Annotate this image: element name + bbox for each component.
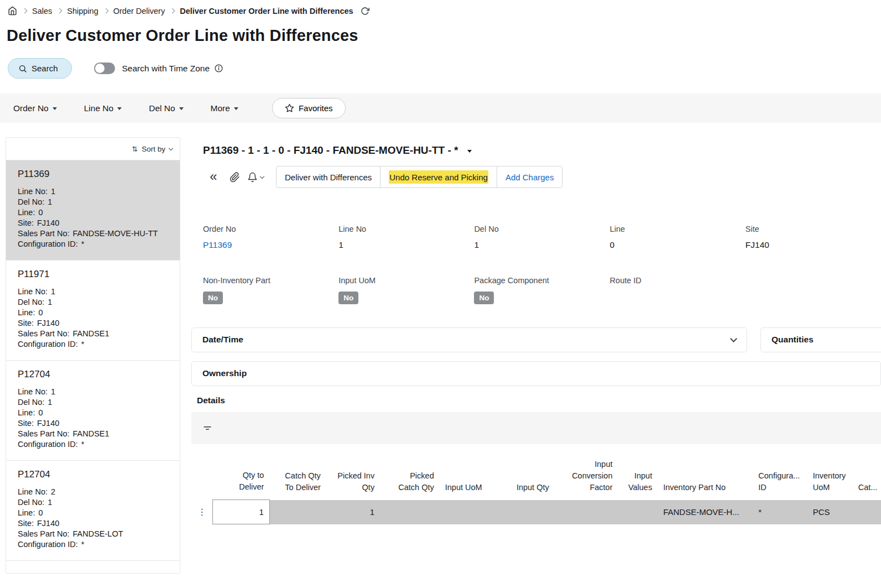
field-line-no: Line No 1	[338, 225, 474, 251]
add-charges-button[interactable]: Add Charges	[497, 166, 563, 188]
section-datetime[interactable]: Date/Time	[191, 327, 747, 352]
field-del-no: Del No 1	[474, 225, 609, 251]
cell-input-qty	[489, 500, 555, 524]
column-configuration-id[interactable]: Configura... ID	[753, 455, 807, 500]
deliver-with-differences-button[interactable]: Deliver with Differences	[276, 166, 380, 188]
notifications-button[interactable]	[245, 166, 264, 188]
column-catch-qty-to-deliver[interactable]: Catch Qty To Deliver	[269, 455, 326, 500]
filter-more[interactable]: More	[211, 103, 238, 113]
breadcrumb-order-delivery[interactable]: Order Delivery	[113, 7, 165, 15]
order-no-link[interactable]: P11369	[203, 240, 338, 251]
column-inventory-part-no[interactable]: Inventory Part No	[658, 455, 753, 500]
caret-down-icon	[53, 107, 57, 110]
table-row: ⋮ 1 1 FANDSE-MOVE-H... * PCS	[191, 500, 881, 524]
filter-line-no-label: Line No	[84, 103, 113, 113]
field-input-uom: Input UoM No	[338, 276, 474, 304]
breadcrumb-current: Deliver Customer Order Line with Differe…	[180, 7, 353, 15]
search-row: Search Search with Time Zone	[8, 58, 881, 79]
field-order-no: Order No P11369	[203, 225, 338, 251]
field-package-component: Package Component No	[474, 276, 609, 304]
filter-icon[interactable]	[202, 423, 212, 433]
sort-by-label: Sort by	[142, 145, 165, 153]
field-site: Site FJ140	[746, 225, 881, 251]
column-catch[interactable]: Cat...	[853, 455, 881, 500]
card-order-no: P11369	[18, 169, 168, 180]
caret-down-icon	[179, 107, 184, 110]
sections-row: Date/Time Quantities	[191, 327, 881, 352]
search-icon	[18, 64, 27, 73]
card-order-no: P11971	[18, 269, 168, 280]
status-badge: No	[474, 292, 494, 304]
details-table: Qty to Deliver Catch Qty To Deliver Pick…	[191, 455, 881, 525]
column-handle	[191, 455, 213, 500]
cell-input-values	[618, 500, 658, 524]
breadcrumb-chevron-icon	[170, 8, 175, 14]
breadcrumb-chevron-icon	[22, 8, 28, 14]
breadcrumb-sales[interactable]: Sales	[32, 7, 52, 15]
chevron-down-icon	[169, 145, 173, 150]
section-ownership[interactable]: Ownership	[191, 361, 881, 386]
status-badge: No	[203, 292, 223, 304]
row-drag-handle[interactable]: ⋮	[191, 500, 213, 524]
breadcrumb-chevron-icon	[57, 8, 62, 14]
field-line: Line 0	[610, 225, 746, 251]
undo-reserve-and-picking-button[interactable]: Undo Reserve and Picking	[380, 166, 497, 188]
cell-input-conversion-factor	[555, 500, 618, 524]
bell-icon	[245, 166, 259, 188]
breadcrumb-shipping[interactable]: Shipping	[67, 7, 98, 15]
header-fields: Order No P11369 Line No 1 Del No 1 Line …	[191, 212, 881, 315]
filter-line-no[interactable]: Line No	[84, 103, 122, 113]
home-icon[interactable]	[8, 6, 17, 15]
chevron-down-icon	[730, 335, 737, 342]
paperclip-icon[interactable]	[224, 166, 245, 188]
cell-configuration-id: *	[753, 500, 807, 524]
cell-input-uom	[440, 500, 489, 524]
column-inventory-uom[interactable]: Inventory UoM	[807, 455, 853, 500]
list-item[interactable]: P12704 Line No:1 Del No:1 Line:0 Site:FJ…	[6, 361, 180, 461]
card-order-no: P12704	[18, 369, 168, 380]
search-button-label: Search	[32, 64, 58, 73]
favorites-button[interactable]: Favorites	[272, 98, 346, 118]
detail-toolbar: « Deliver with Differences Undo Reserve …	[203, 166, 881, 188]
cell-catch-qty-to-deliver	[269, 500, 326, 524]
column-picked-inv-qty[interactable]: Picked Inv Qty	[326, 455, 380, 500]
filter-del-no-label: Del No	[149, 103, 175, 113]
field-route-id: Route ID	[610, 276, 746, 304]
star-icon	[285, 103, 294, 113]
column-input-uom[interactable]: Input UoM	[440, 455, 489, 500]
cell-catch	[853, 500, 881, 524]
table-header-row: Qty to Deliver Catch Qty To Deliver Pick…	[191, 455, 881, 500]
detail-pane: P11369 - 1 - 1 - 0 - FJ140 - FANDSE-MOVE…	[191, 137, 881, 524]
filter-order-no[interactable]: Order No	[13, 103, 57, 113]
cell-inventory-part-no: FANDSE-MOVE-H...	[658, 500, 753, 524]
column-qty-to-deliver[interactable]: Qty to Deliver	[213, 455, 269, 500]
search-button[interactable]: Search	[8, 58, 72, 79]
timezone-toggle[interactable]	[94, 63, 115, 74]
order-line-list: ⇅ Sort by P11369 Line No:1 Del No:1 Line…	[6, 137, 180, 574]
status-badge: No	[338, 292, 358, 304]
section-quantities[interactable]: Quantities	[760, 327, 881, 352]
refresh-icon[interactable]	[361, 7, 369, 15]
column-input-qty[interactable]: Input Qty	[489, 455, 555, 500]
cell-inventory-uom: PCS	[807, 500, 853, 524]
chevron-down-icon	[260, 174, 264, 178]
favorites-label: Favorites	[299, 103, 333, 113]
sort-by-button[interactable]: ⇅ Sort by	[6, 138, 180, 160]
info-icon[interactable]	[214, 64, 223, 73]
cell-qty-to-deliver[interactable]: 1	[213, 500, 269, 524]
collapse-list-icon[interactable]: «	[203, 166, 224, 188]
caret-down-icon	[234, 107, 238, 110]
details-title: Details	[197, 396, 881, 405]
record-selector[interactable]: P11369 - 1 - 1 - 0 - FJ140 - FANDSE-MOVE…	[203, 144, 881, 157]
list-item[interactable]: P11971 Line No:1 Del No:1 Line:0 Site:FJ…	[6, 261, 180, 361]
filter-del-no[interactable]: Del No	[149, 103, 183, 113]
list-item[interactable]: P12704 Line No:2 Del No:1 Line:0 Site:FJ…	[6, 461, 180, 561]
column-picked-catch-qty[interactable]: Picked Catch Qty	[380, 455, 440, 500]
timezone-label: Search with Time Zone	[122, 64, 210, 74]
column-input-conversion-factor[interactable]: Input Conversion Factor	[555, 455, 618, 500]
column-input-values[interactable]: Input Values	[618, 455, 658, 500]
caret-down-icon	[467, 150, 472, 153]
list-item[interactable]: P11369 Line No:1 Del No:1 Line:0 Site:FJ…	[6, 160, 180, 261]
filter-order-no-label: Order No	[13, 103, 49, 113]
filter-more-label: More	[211, 103, 230, 113]
